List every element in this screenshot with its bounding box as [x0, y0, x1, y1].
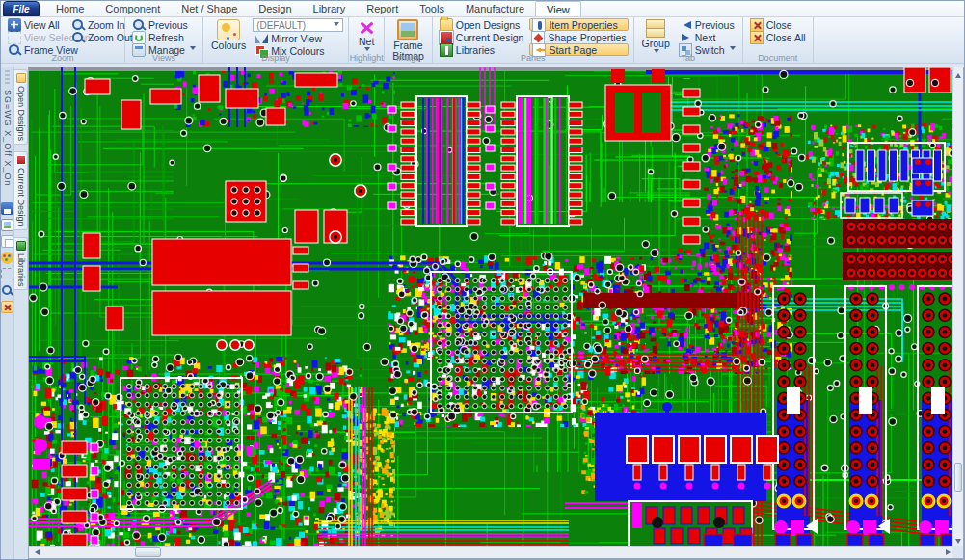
- design-viewport: [28, 67, 964, 559]
- ribbon-tab-bar: File Home Component Net / Shape Design L…: [1, 1, 964, 17]
- net-highlight-icon: [357, 19, 376, 37]
- refresh-label: Refresh: [148, 32, 184, 43]
- group-label-document: Document: [743, 53, 813, 63]
- tab-net-shape[interactable]: Net / Shape: [171, 1, 248, 16]
- previous-tab-label: Previous: [695, 19, 735, 31]
- net-label: Net: [359, 37, 374, 47]
- pane-tab-open-designs[interactable]: Open Designs: [14, 69, 28, 145]
- vertical-scroll-thumb[interactable]: [954, 463, 962, 492]
- colours-icon: [217, 19, 240, 40]
- tab-manufacture[interactable]: Manufacture: [455, 1, 535, 16]
- zoom-out-icon: [71, 31, 85, 44]
- tab-tools[interactable]: Tools: [409, 1, 455, 16]
- scroll-up-icon[interactable]: [955, 70, 961, 78]
- view-all-button[interactable]: View All: [6, 18, 69, 31]
- next-tab-button[interactable]: Next: [677, 31, 737, 43]
- next-tab-label: Next: [695, 32, 716, 43]
- view-all-label: View All: [24, 19, 60, 31]
- close-all-label: Close All: [766, 32, 806, 43]
- zoom-out-button[interactable]: Zoom Out: [69, 31, 120, 43]
- tab-library[interactable]: Library: [303, 1, 357, 16]
- open-designs-icon: [440, 18, 453, 32]
- previous-view-button[interactable]: Previous: [130, 18, 198, 31]
- shape-properties-icon: [531, 31, 545, 44]
- current-design-icon: [440, 31, 453, 44]
- group-label-zoom: Zoom: [1, 53, 124, 63]
- vertical-scrollbar[interactable]: [952, 67, 963, 549]
- previous-tab-icon: [679, 18, 692, 32]
- colour-scheme-select[interactable]: (DEFAULT): [253, 18, 343, 32]
- highlight-net-button[interactable]: Net: [354, 18, 379, 55]
- group-tabs-label: Group: [642, 39, 670, 49]
- close-icon[interactable]: [1, 301, 13, 313]
- tab-design[interactable]: Design: [248, 1, 302, 16]
- next-tab-icon: [679, 31, 692, 44]
- previous-view-label: Previous: [148, 19, 188, 31]
- pane-tab-strip: Open Designs Current Design Libraries: [14, 67, 28, 559]
- current-design-tab-icon: [16, 155, 26, 165]
- status-text: SG=WG X_Off X_On: [3, 90, 13, 187]
- colours-label: Colours: [211, 40, 246, 51]
- pane-tab-current-design[interactable]: Current Design: [14, 151, 28, 230]
- left-dock: SG=WG X_Off X_On Open Designs: [1, 67, 28, 559]
- open-designs-tab-label: Open Designs: [16, 86, 26, 141]
- open-designs-pane-button[interactable]: Open Designs: [438, 18, 526, 31]
- group-label-display: Display: [203, 53, 348, 63]
- side-toolbar: [1, 200, 13, 315]
- view-all-icon: [8, 18, 21, 32]
- palette-icon[interactable]: [1, 252, 13, 264]
- close-document-icon: [750, 18, 764, 32]
- ribbon-group-document: Close Close All Document: [743, 17, 814, 63]
- item-properties-toggle[interactable]: Item Properties: [529, 18, 628, 31]
- zoom-in-button[interactable]: Zoom In: [69, 18, 120, 31]
- item-properties-icon: [532, 18, 546, 32]
- scroll-left-icon[interactable]: [32, 549, 40, 555]
- shape-properties-button[interactable]: Shape Properties: [529, 31, 628, 43]
- horizontal-scroll-thumb[interactable]: [135, 547, 161, 557]
- group-tabs-icon: [644, 19, 667, 39]
- group-tabs-button[interactable]: Group: [639, 18, 673, 57]
- colour-scheme-value: (DEFAULT): [256, 20, 306, 31]
- previous-tab-button[interactable]: Previous: [677, 18, 737, 31]
- image-icon[interactable]: [1, 219, 13, 231]
- tab-view[interactable]: View: [535, 1, 581, 16]
- save-icon[interactable]: [1, 202, 13, 215]
- close-all-documents-button[interactable]: Close All: [748, 31, 808, 43]
- zoom-icon[interactable]: [1, 284, 13, 297]
- ribbon-group-views: Previous Refresh Manage Views: [125, 17, 203, 63]
- file-menu-button[interactable]: File: [3, 1, 40, 16]
- open-designs-label: Open Designs: [456, 19, 521, 31]
- pcb-design-canvas[interactable]: [29, 67, 956, 549]
- refresh-button[interactable]: Refresh: [130, 31, 198, 43]
- horizontal-scrollbar[interactable]: [29, 546, 956, 558]
- current-design-tab-label: Current Design: [16, 168, 26, 227]
- open-designs-tab-icon: [16, 73, 26, 83]
- close-document-button[interactable]: Close: [748, 18, 808, 31]
- group-label-tab: Tab: [634, 53, 742, 63]
- tab-home[interactable]: Home: [45, 1, 94, 16]
- tab-report[interactable]: Report: [356, 1, 409, 16]
- colours-button[interactable]: Colours: [208, 18, 249, 52]
- ribbon-group-zoom: View All Zoom In View Selection Zoom Out…: [1, 17, 125, 63]
- copy-icon[interactable]: [1, 235, 13, 248]
- ribbon-group-display: Colours (DEFAULT) Mirror View Mix Colour…: [203, 17, 349, 63]
- scrollbar-corner: [952, 546, 963, 558]
- group-label-image: Image: [385, 53, 432, 63]
- selection-icon[interactable]: [1, 268, 13, 280]
- frame-bitmap-icon: [397, 19, 418, 40]
- mirror-view-icon: [255, 32, 268, 45]
- group-label-highlight: Highlight: [349, 53, 384, 63]
- refresh-icon: [132, 31, 146, 44]
- previous-view-icon: [132, 18, 146, 32]
- pane-tab-libraries[interactable]: Libraries: [14, 237, 28, 291]
- group-label-panes: Panes: [433, 53, 633, 63]
- mirror-view-button[interactable]: Mirror View: [253, 32, 343, 44]
- libraries-tab-icon: [16, 241, 26, 251]
- chevron-down-icon: [730, 46, 736, 53]
- view-selection-button: View Selection: [6, 31, 69, 43]
- tab-component[interactable]: Component: [94, 1, 171, 16]
- drag-handle[interactable]: [5, 70, 10, 84]
- current-design-pane-button[interactable]: Current Design: [438, 31, 526, 43]
- chevron-down-icon: [334, 22, 339, 29]
- group-label-views: Views: [125, 53, 202, 63]
